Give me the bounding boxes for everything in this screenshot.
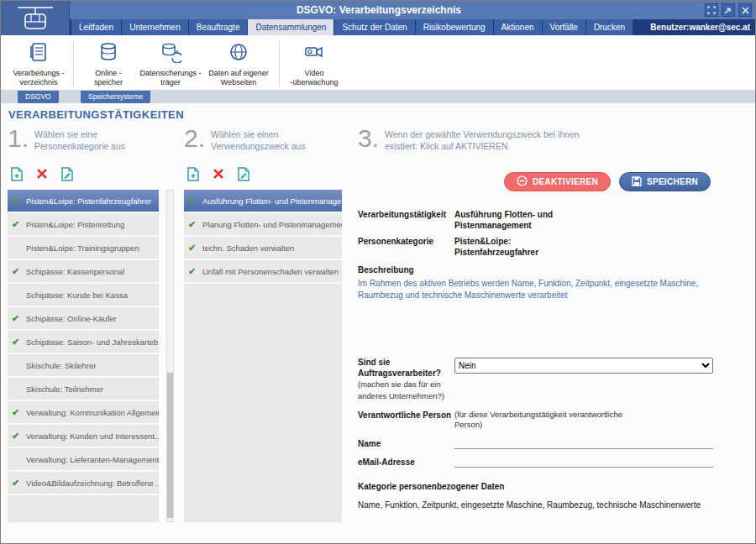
check-icon: ✔ bbox=[12, 266, 26, 277]
list-item[interactable]: ✔ Skischule: Skilehrer bbox=[8, 354, 159, 378]
globe-icon bbox=[228, 41, 249, 66]
nav-tab[interactable]: Datensammlungen bbox=[248, 19, 333, 35]
edit-item-icon[interactable] bbox=[60, 166, 75, 181]
name-label: Name bbox=[358, 438, 454, 449]
scrollbar-thumb[interactable] bbox=[167, 373, 173, 518]
name-input[interactable] bbox=[454, 438, 713, 449]
check-icon: ✔ bbox=[12, 431, 26, 442]
list-item-label: Pisten&Loipe: Pistenrettung bbox=[26, 220, 124, 229]
nav-tab-label: Datensammlungen bbox=[255, 23, 326, 32]
list-item[interactable]: ✔ Pisten&Loipe: Trainingsgruppen bbox=[8, 237, 159, 260]
nav-tab[interactable]: Risikobewertung bbox=[416, 19, 493, 35]
nav-tab[interactable]: Beauftragte bbox=[189, 19, 248, 35]
details-form: Verarbeitungstätigkeit Ausführung Flotte… bbox=[358, 209, 719, 510]
list-item[interactable]: ✔ Verwaltung: Lieferanten-Management bbox=[8, 448, 159, 472]
ribbon-item-label: Video -überwachung bbox=[290, 69, 338, 87]
list-item[interactable]: ✔ Pisten&Loipe: Pistenfahrzeugfahrer bbox=[8, 190, 159, 213]
fullscreen-icon[interactable] bbox=[705, 3, 718, 17]
personenkategorie-column: 1. Wählen sie eine Personenkategorie aus bbox=[8, 125, 176, 522]
verwendungszweck-column: 2. Wählen sie einen Verwendungszweck aus bbox=[184, 125, 345, 522]
window-title: DSGVO: Verarbeitungsverzeichnis bbox=[1, 1, 756, 19]
description-label: Beschreibung bbox=[358, 264, 719, 275]
add-item-icon[interactable] bbox=[9, 166, 24, 181]
list-item[interactable]: ✔ Schipässe: Kunde bei Kassa bbox=[8, 284, 159, 307]
ribbon-verarbeitungsverzeichnis-button[interactable]: Verarbeitungs - verzeichnis bbox=[8, 39, 70, 87]
nav-tab-label: Beauftragte bbox=[197, 23, 240, 32]
activity-value: Ausführung Flotten- und Pistenmanagement bbox=[454, 209, 601, 231]
nav-tab-label: Schutz der Daten bbox=[342, 23, 407, 32]
list-item[interactable]: ✔ Verwaltung: Kommunikation Allgemein bbox=[8, 401, 159, 425]
list-item[interactable]: ✔ Verwaltung: Kunden und Interessent... bbox=[8, 425, 159, 448]
processor-note: (machen sie das für ein anderes Unterneh… bbox=[358, 379, 444, 400]
list-item[interactable]: ✔ Ausführung Flotten- und Pistenmanage..… bbox=[184, 190, 342, 213]
list-item-label: Verwaltung: Lieferanten-Management bbox=[26, 455, 159, 464]
category-label: Personenkategorie bbox=[358, 236, 454, 247]
nav-tab-label: Risikobewertung bbox=[423, 23, 486, 32]
database-icon bbox=[97, 41, 119, 66]
deaktivieren-button[interactable]: DEAKTIVIEREN bbox=[504, 172, 611, 191]
description-value: Im Rahmen des aktiven Betriebs werden Na… bbox=[358, 278, 727, 301]
data-categories-label: Kategorie personenbezogener Daten bbox=[358, 481, 719, 492]
speichern-button[interactable]: SPEICHERN bbox=[619, 172, 711, 191]
list-item[interactable]: ✔ Skischule: Teilnehmer bbox=[8, 378, 159, 401]
delete-item-icon[interactable] bbox=[34, 166, 50, 181]
list-item-label: Video&Bildaufzeichnung: Betroffene ... bbox=[26, 479, 159, 488]
email-input[interactable] bbox=[454, 457, 713, 468]
check-icon: ✔ bbox=[12, 196, 26, 207]
ribbon-videoueberwachung-button[interactable]: Video -überwachung bbox=[283, 39, 345, 87]
ribbon-item-label: Verarbeitungs - verzeichnis bbox=[13, 69, 64, 87]
nav-tabbar: LeitfadenUnternehmenBeauftragteDatensamm… bbox=[1, 19, 756, 35]
nav-tab-label: Drucken bbox=[594, 23, 625, 32]
ribbon-item-label: Datensicherungs - träger bbox=[139, 69, 201, 87]
list-item[interactable]: ✔ Pisten&Loipe: Pistenrettung bbox=[8, 213, 159, 237]
list-item-label: Pisten&Loipe: Pistenfahrzeugfahrer bbox=[26, 196, 151, 206]
nav-tab[interactable]: Aktionen bbox=[494, 19, 542, 35]
close-icon[interactable] bbox=[738, 3, 752, 17]
list-item[interactable]: ✔ Schipässe: Online-Käufer bbox=[8, 307, 159, 331]
ribbon-onlinespeicher-button[interactable]: Online - speicher bbox=[77, 39, 139, 87]
category-value: Pisten&Loipe: Pistenfahrzeugfahrer bbox=[454, 236, 589, 258]
list-item-label: techn. Schaden verwalten bbox=[202, 243, 294, 253]
data-categories-value: Name, Funktion, Zeitpunkt, eingesetzte M… bbox=[358, 500, 719, 510]
col2-header: Wählen sie einen Verwendungszweck aus bbox=[211, 125, 306, 152]
ribbon-webseiten-button[interactable]: Daten auf eigener Webseiten bbox=[202, 39, 276, 87]
action-buttons: DEAKTIVIEREN SPEICHERN bbox=[358, 172, 711, 191]
backup-disks-icon bbox=[160, 41, 181, 66]
add-item-icon[interactable] bbox=[186, 166, 201, 181]
list-item-label: Skischule: Teilnehmer bbox=[26, 384, 103, 394]
check-icon: ✔ bbox=[188, 196, 202, 207]
delete-item-icon[interactable] bbox=[211, 166, 226, 181]
list-item[interactable]: ✔ Planung Flotten- und Pistenmanagement bbox=[184, 213, 342, 237]
nav-tab[interactable]: Vorfälle bbox=[543, 19, 585, 35]
activity-label: Verarbeitungstätigkeit bbox=[358, 209, 454, 220]
ribbon-datensicherung-button[interactable]: Datensicherungs - träger bbox=[139, 39, 202, 87]
list-item[interactable]: ✔ Video&Bildaufzeichnung: Betroffene ... bbox=[8, 472, 159, 495]
nav-tab[interactable]: Drucken bbox=[586, 19, 633, 35]
register-icon bbox=[28, 41, 50, 66]
edit-item-icon[interactable] bbox=[236, 166, 251, 181]
col1-header: Wählen sie eine Personenkategorie aus bbox=[34, 125, 125, 152]
user-label: Benutzer:wanker@sec.at bbox=[650, 19, 750, 35]
details-column: 3. Wenn der gewählte Verwendungszweck be… bbox=[358, 125, 741, 510]
auftragsverarbeiter-select[interactable]: Nein bbox=[454, 358, 713, 374]
ribbon-item-label: Online - speicher bbox=[94, 69, 123, 87]
list-item[interactable]: ✔ techn. Schaden verwalten bbox=[184, 237, 342, 260]
restore-icon[interactable] bbox=[722, 3, 735, 17]
nav-tab[interactable]: Schutz der Daten bbox=[334, 19, 414, 35]
nav-tab[interactable]: Unternehmen bbox=[122, 19, 188, 35]
scrollbar-track[interactable] bbox=[166, 190, 174, 522]
ribbon-group-dsgvo: DSGVO bbox=[18, 91, 59, 103]
ribbon-group-speichersysteme: Speichersysteme bbox=[81, 91, 150, 103]
ribbon-item-label: Daten auf eigener Webseiten bbox=[208, 69, 269, 87]
list-item[interactable]: ✔ Schipässe: Saison- und Jahreskarteb... bbox=[8, 331, 159, 354]
check-icon: ✔ bbox=[12, 407, 26, 418]
list-item[interactable]: ✔ Unfall mit Personenschaden verwalten bbox=[184, 260, 342, 284]
nav-tab-label: Unternehmen bbox=[129, 23, 181, 32]
list-item-label: Verwaltung: Kommunikation Allgemein bbox=[26, 408, 159, 417]
nav-tab-label: Leitfaden bbox=[79, 23, 113, 32]
page-title: VERARBEITUNGSTÄTIGKEITEN bbox=[8, 108, 184, 121]
list-item[interactable]: ✔ Schipässe: Kassenpersonal bbox=[8, 260, 159, 284]
check-icon: ✔ bbox=[12, 219, 26, 230]
nav-tab[interactable]: Leitfaden bbox=[71, 19, 121, 35]
list-item-label: Unfall mit Personenschaden verwalten bbox=[202, 267, 339, 276]
